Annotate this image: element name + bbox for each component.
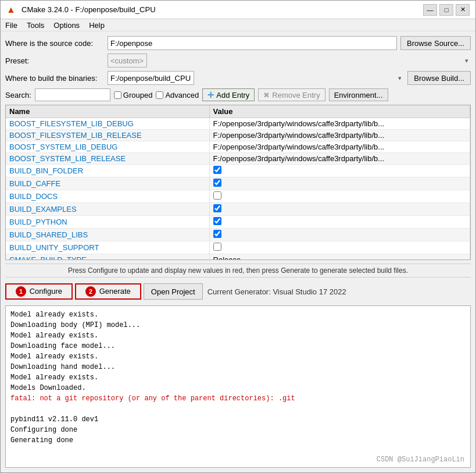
browse-source-button[interactable]: Browse Source... xyxy=(400,36,471,50)
output-line: pybind11 v2.11.0 dev1 xyxy=(10,414,466,425)
advanced-label: Advanced xyxy=(165,91,199,99)
table-cell-name: BUILD_EXAMPLES xyxy=(6,203,209,216)
table-checkbox[interactable] xyxy=(213,204,221,212)
window-title: CMake 3.24.0 - F:/openpose/build_CPU xyxy=(22,5,156,14)
table-row[interactable]: BUILD_BIN_FOLDER xyxy=(6,165,470,177)
table-cell-name: BUILD_CAFFE xyxy=(6,177,209,190)
menu-file[interactable]: File xyxy=(5,21,17,30)
table-body: BOOST_FILESYSTEM_LIB_DEBUGF:/openpose/3r… xyxy=(6,118,470,261)
table-row[interactable]: BUILD_EXAMPLES xyxy=(6,203,470,216)
output-line: Downloading hand model... xyxy=(10,362,466,372)
build-path-select[interactable]: F:/openpose/build_CPU xyxy=(108,71,194,85)
table-cell-value[interactable] xyxy=(209,177,470,190)
table-row[interactable]: BUILD_CAFFE xyxy=(6,177,470,190)
table-cell-value: F:/openpose/3rdparty/windows/caffe3rdpar… xyxy=(209,153,470,165)
output-line: Downloading body (MPI) model... xyxy=(10,320,466,330)
generate-button[interactable]: 2 Generate xyxy=(75,283,141,300)
output-line: Model already exists. xyxy=(10,310,466,320)
table-cell-value: Release xyxy=(209,254,470,261)
table-cell-name: CMAKE_BUILD_TYPE xyxy=(6,254,209,261)
button-row: 1 Configure 2 Generate Open Project Curr… xyxy=(5,281,471,302)
output-line: Model already exists. xyxy=(10,351,466,362)
table-row[interactable]: BOOST_FILESYSTEM_LIB_DEBUGF:/openpose/3r… xyxy=(6,118,470,130)
environment-button[interactable]: Environment... xyxy=(329,88,388,101)
title-bar: ▲ CMake 3.24.0 - F:/openpose/build_CPU —… xyxy=(1,1,475,19)
output-line: Generating done xyxy=(10,435,466,446)
table-row[interactable]: CMAKE_BUILD_TYPERelease xyxy=(6,254,470,261)
table-row[interactable]: BOOST_FILESYSTEM_LIB_RELEASEF:/openpose/… xyxy=(6,130,470,141)
table-cell-name: BUILD_DOCS xyxy=(6,190,209,203)
add-entry-label: Add Entry xyxy=(216,91,249,99)
table-cell-value[interactable] xyxy=(209,216,470,229)
advanced-checkbox-label[interactable]: Advanced xyxy=(156,91,199,99)
source-input[interactable] xyxy=(108,36,397,50)
output-line: fatal: not a git repository (or any of t… xyxy=(10,393,466,404)
table-cell-value[interactable] xyxy=(209,241,470,254)
table-cell-value[interactable] xyxy=(209,165,470,177)
close-button[interactable]: ✕ xyxy=(456,4,470,16)
output-line: Configuring done xyxy=(10,425,466,435)
open-project-button[interactable]: Open Project xyxy=(144,283,203,300)
add-entry-button[interactable]: ✛ Add Entry xyxy=(202,88,255,101)
menu-options[interactable]: Options xyxy=(53,21,80,30)
generate-badge: 2 xyxy=(85,286,96,297)
table-checkbox[interactable] xyxy=(213,179,221,187)
menu-help[interactable]: Help xyxy=(89,21,105,30)
source-label: Where is the source code: xyxy=(5,39,104,48)
build-row: Where to build the binaries: F:/openpose… xyxy=(5,71,471,85)
table-cell-name: BOOST_SYSTEM_LIB_RELEASE xyxy=(6,153,209,165)
remove-entry-label: Remove Entry xyxy=(272,91,320,99)
table-cell-name: BOOST_SYSTEM_LIB_DEBUG xyxy=(6,141,209,153)
remove-icon: ✖ xyxy=(263,91,270,99)
table-checkbox[interactable] xyxy=(213,230,221,238)
preset-select-wrapper: <custom> xyxy=(108,54,471,67)
menu-tools[interactable]: Tools xyxy=(27,21,44,30)
table-header-row: Name Value xyxy=(6,105,470,118)
table-cell-value: F:/openpose/3rdparty/windows/caffe3rdpar… xyxy=(209,130,470,141)
content-area: Where is the source code: Browse Source.… xyxy=(1,31,475,472)
table-row[interactable]: BUILD_DOCS xyxy=(6,190,470,203)
plus-icon: ✛ xyxy=(207,91,214,99)
output-line: Model already exists. xyxy=(10,330,466,341)
grouped-checkbox[interactable] xyxy=(114,91,121,99)
output-line: Downloading face model... xyxy=(10,341,466,351)
search-input[interactable] xyxy=(35,88,110,101)
output-lines: Model already exists.Downloading body (M… xyxy=(10,310,466,446)
output-line: Models Downloaded. xyxy=(10,383,466,393)
window-controls: — □ ✕ xyxy=(423,4,470,16)
preset-select[interactable]: <custom> xyxy=(108,54,147,67)
browse-build-button[interactable]: Browse Build... xyxy=(407,71,471,85)
table-cell-value[interactable] xyxy=(209,203,470,216)
generate-label: Generate xyxy=(99,287,131,296)
table-cell-value[interactable] xyxy=(209,190,470,203)
source-row: Where is the source code: Browse Source.… xyxy=(5,36,471,50)
table-checkbox[interactable] xyxy=(213,191,221,200)
table-row[interactable]: BUILD_UNITY_SUPPORT xyxy=(6,241,470,254)
table-row[interactable]: BUILD_SHARED_LIBS xyxy=(6,229,470,241)
table-checkbox[interactable] xyxy=(213,243,221,251)
maximize-button[interactable]: □ xyxy=(439,4,453,16)
name-column-header: Name xyxy=(6,105,209,118)
title-bar-left: ▲ CMake 3.24.0 - F:/openpose/build_CPU xyxy=(6,5,156,15)
grouped-checkbox-label[interactable]: Grouped xyxy=(114,91,153,99)
configure-badge: 1 xyxy=(16,286,26,297)
table-cell-value[interactable] xyxy=(209,229,470,241)
build-select-wrapper: F:/openpose/build_CPU xyxy=(108,71,404,85)
table-checkbox[interactable] xyxy=(213,166,221,174)
generator-label: Current Generator: Visual Studio 17 2022 xyxy=(207,287,346,296)
table-row[interactable]: BOOST_SYSTEM_LIB_RELEASEF:/openpose/3rdp… xyxy=(6,153,470,165)
table-row[interactable]: BOOST_SYSTEM_LIB_DEBUGF:/openpose/3rdpar… xyxy=(6,141,470,153)
hint-text: Press Configure to update and display ne… xyxy=(5,264,471,278)
table-row[interactable]: BUILD_PYTHON xyxy=(6,216,470,229)
configure-button[interactable]: 1 Configure xyxy=(5,283,73,300)
table-checkbox[interactable] xyxy=(213,217,221,225)
minimize-button[interactable]: — xyxy=(423,4,437,16)
advanced-checkbox[interactable] xyxy=(156,91,163,99)
remove-entry-button[interactable]: ✖ Remove Entry xyxy=(258,88,325,101)
grouped-label: Grouped xyxy=(123,91,153,99)
table-cell-name: BUILD_UNITY_SUPPORT xyxy=(6,241,209,254)
table-cell-name: BUILD_PYTHON xyxy=(6,216,209,229)
table-cell-name: BOOST_FILESYSTEM_LIB_RELEASE xyxy=(6,130,209,141)
table-cell-value: F:/openpose/3rdparty/windows/caffe3rdpar… xyxy=(209,118,470,130)
preset-row: Preset: <custom> xyxy=(5,54,471,67)
